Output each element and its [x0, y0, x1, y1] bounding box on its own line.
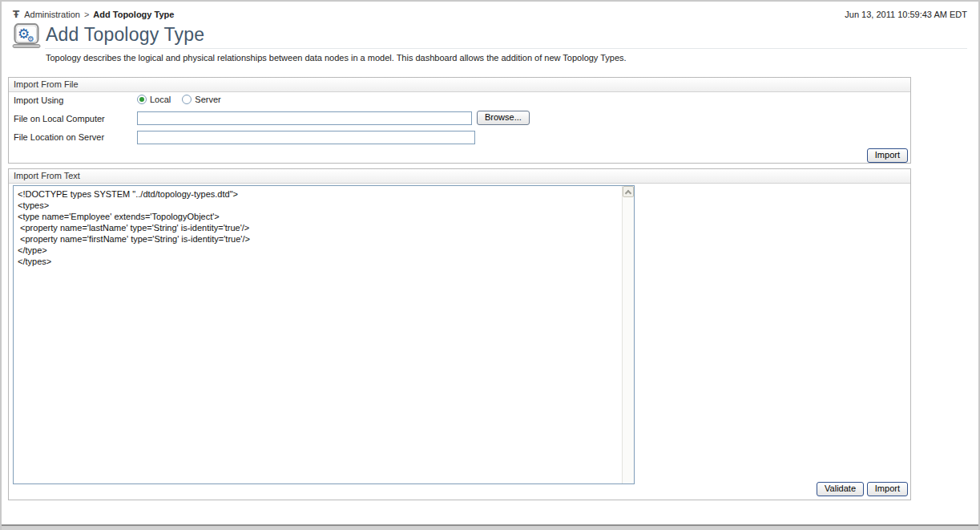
browse-button[interactable]: Browse...: [477, 111, 530, 125]
breadcrumb-item-current: Add Topology Type: [93, 10, 174, 19]
import-using-radio-group: Local Server: [137, 95, 221, 104]
file-on-local-input[interactable]: [137, 111, 472, 125]
topology-xml-content[interactable]: <!DOCTYPE types SYSTEM "../dtd/topology-…: [14, 186, 622, 483]
chevron-glyph: [625, 190, 631, 196]
radio-server[interactable]: [182, 95, 192, 104]
file-on-server-input[interactable]: [137, 131, 475, 144]
file-on-server-label: File Location on Server: [14, 132, 104, 142]
file-on-local-label: File on Local Computer: [14, 114, 105, 123]
import-from-text-button[interactable]: Import: [867, 482, 908, 496]
import-from-file-title: Import From File: [9, 78, 910, 92]
breadcrumb-separator: >: [84, 10, 89, 19]
textarea-scrollbar[interactable]: [622, 186, 634, 483]
radio-local[interactable]: [137, 95, 147, 104]
chevron-up-icon[interactable]: [623, 186, 634, 197]
page-description: Topology describes the logical and physi…: [46, 53, 627, 63]
header-divider: [45, 48, 967, 49]
import-from-text-panel: Import From Text <!DOCTYPE types SYSTEM …: [8, 168, 911, 500]
radio-local-label[interactable]: Local: [150, 95, 171, 104]
import-using-label: Import Using: [14, 95, 63, 105]
breadcrumb-item-administration[interactable]: Administration: [24, 10, 80, 19]
radio-server-label[interactable]: Server: [195, 95, 220, 104]
dashboard-top-level-icon: Ŧ: [13, 9, 19, 20]
import-from-file-panel: Import From File Import Using Local Serv…: [8, 77, 911, 164]
page: ŦAdministration>Add Topology Type Jun 13…: [0, 0, 980, 530]
svg-text:⚙: ⚙: [27, 34, 34, 43]
import-from-text-title: Import From Text: [9, 169, 910, 184]
breadcrumb: ŦAdministration>Add Topology Type: [13, 9, 174, 20]
topology-xml-textarea[interactable]: <!DOCTYPE types SYSTEM "../dtd/topology-…: [13, 185, 635, 484]
window-bottom-edge: [2, 524, 978, 530]
import-from-file-button[interactable]: Import: [867, 148, 908, 163]
page-title: Add Topology Type: [46, 24, 204, 46]
topology-gears-monitor-icon: ⚙ ⚙: [12, 23, 41, 52]
validate-button[interactable]: Validate: [817, 482, 864, 496]
current-time-label: Jun 13, 2011 10:59:43 AM EDT: [845, 10, 967, 19]
